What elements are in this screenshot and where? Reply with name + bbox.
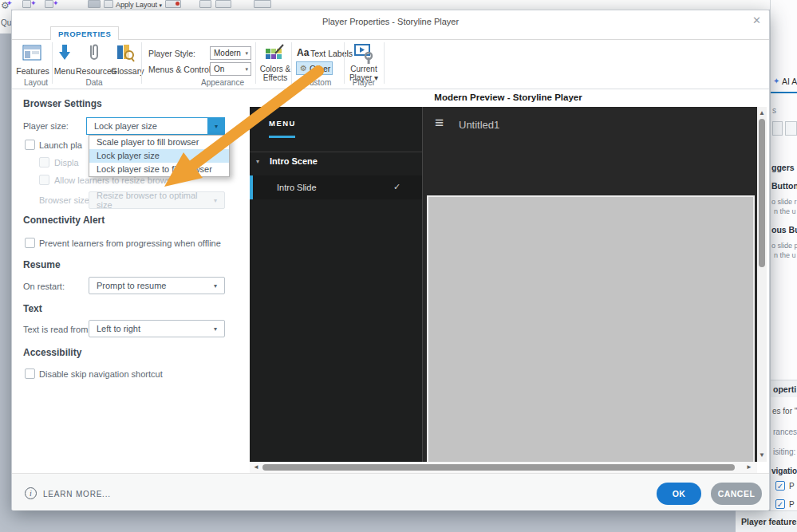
ai-assistant-tab[interactable]: ✦ AI A <box>771 70 797 93</box>
cancel-button[interactable]: CANCEL <box>711 483 762 505</box>
on-restart-select[interactable]: Prompt to resume ▾ <box>89 277 225 294</box>
toolbar-icon[interactable] <box>199 0 211 8</box>
menus-controls-select[interactable]: On ▾ <box>210 62 251 76</box>
scene-title[interactable]: Intro Scene <box>270 156 318 166</box>
on-restart-value: Prompt to resume <box>97 281 166 290</box>
menu-tab-underline <box>269 136 295 138</box>
nav-checkbox-label: P <box>789 482 795 491</box>
preview-menu-sidebar: MENU ▾ Intro Scene Intro Slide ✓ <box>250 107 422 462</box>
info-icon: i <box>25 487 37 499</box>
current-player-button[interactable]: Current <box>344 65 384 73</box>
copy-icon[interactable] <box>785 121 797 136</box>
skip-nav-checkbox[interactable] <box>25 368 35 379</box>
caret-down-icon: ▾ <box>245 66 248 73</box>
ai-tab-label: AI A <box>782 77 797 86</box>
caret-down-icon: ▾ <box>214 325 217 333</box>
display-checkbox[interactable] <box>39 157 49 167</box>
slide-title: Intro Slide <box>277 183 317 192</box>
player-size-label: Player size: <box>23 121 69 131</box>
preview-vertical-scrollbar[interactable]: ▲ ▼ <box>757 107 767 462</box>
on-restart-label: On restart: <box>23 282 65 291</box>
allow-resize-checkbox[interactable] <box>39 175 49 185</box>
group-label-player: Player <box>345 78 382 87</box>
browser-settings-heading: Browser Settings <box>23 98 102 109</box>
sparkle-icon: ✦ <box>30 0 37 7</box>
text-heading: Text <box>23 303 42 314</box>
trigger-text: n the u <box>774 207 796 215</box>
player-style-select[interactable]: Modern ▾ <box>210 46 251 60</box>
apply-layout-button[interactable]: Apply Layout ▾ <box>116 1 162 9</box>
preview-horizontal-scrollbar[interactable]: ◄ ► <box>250 462 757 473</box>
scroll-up-icon[interactable]: ▲ <box>759 110 765 116</box>
preview-slide-area <box>427 195 755 462</box>
horizontal-scroll-thumb[interactable] <box>262 464 735 471</box>
text-labels-button[interactable]: Text Labels <box>310 49 353 58</box>
nav-checkbox[interactable]: ✓ <box>775 481 785 491</box>
player-size-dropdown: Scale player to fill browser Lock player… <box>89 135 230 177</box>
colors-effects-button-line2: Effects <box>256 73 294 82</box>
scroll-right-icon[interactable]: ► <box>746 464 752 471</box>
nav-checkbox[interactable]: ✓ <box>775 499 785 509</box>
sparkle-icon: ✦ <box>53 0 59 7</box>
vertical-scroll-thumb[interactable] <box>759 119 765 267</box>
background-right-panel: ✦ AI A s ggers Button o slide r n the u … <box>770 0 797 532</box>
tab-properties[interactable]: PROPERTIES <box>50 26 119 40</box>
caret-down-icon: ▾ <box>214 197 217 204</box>
panel-fragment: s <box>772 106 776 115</box>
menu-icon <box>57 44 72 65</box>
group-separator <box>291 42 292 84</box>
skip-nav-label: Disable skip navigation shortcut <box>39 369 163 379</box>
menus-controls-value: On <box>214 65 224 73</box>
resources-icon <box>87 42 100 66</box>
toolbar-icon[interactable] <box>22 0 31 8</box>
glossary-button[interactable]: Glossary <box>111 66 141 76</box>
collapse-caret-icon[interactable]: ▾ <box>256 158 259 165</box>
slide-visited-check-icon: ✓ <box>393 182 400 192</box>
clipboard-icon[interactable] <box>772 121 783 136</box>
apply-layout-icon[interactable] <box>104 0 113 8</box>
tab-divider <box>12 39 769 40</box>
triggers-panel-title: ggers <box>771 163 795 172</box>
player-size-dropdown-button[interactable]: ▾ <box>207 117 225 135</box>
group-label-appearance: Appearance <box>196 78 249 87</box>
background-toolbar: ✦ ✦ ✦ Apply Layout ▾ <box>0 0 797 10</box>
toolbar-icon[interactable] <box>88 0 101 8</box>
ok-button[interactable]: OK <box>657 483 701 505</box>
scroll-left-icon[interactable]: ◄ <box>253 464 259 471</box>
other-button[interactable]: ⚙ Other <box>296 61 333 75</box>
text-read-value: Left to right <box>97 324 140 333</box>
dialog-title: Player Properties - Storyline Player <box>12 17 769 26</box>
close-icon[interactable]: ✕ <box>752 14 761 26</box>
player-features-tab[interactable]: Player features <box>736 510 797 532</box>
toolbar-icon[interactable] <box>254 0 271 8</box>
other-button-label: Other <box>310 64 330 73</box>
offline-checkbox[interactable] <box>25 238 35 248</box>
browser-size-select[interactable]: Resize browser to optimal size ▾ <box>89 191 225 209</box>
menu-button[interactable]: Menu <box>50 66 79 76</box>
text-read-label: Text is read from: <box>23 325 90 334</box>
dropdown-option-selected[interactable]: Lock player size <box>89 149 229 163</box>
ai-sparkle-icon: ✦ <box>773 77 779 85</box>
browser-size-label: Browser size: <box>39 195 92 205</box>
hamburger-icon[interactable]: ≡ <box>435 115 444 130</box>
text-read-select[interactable]: Left to right ▾ <box>89 320 225 337</box>
preview-menu-tab[interactable]: MENU <box>269 119 296 128</box>
toolbar-icon[interactable] <box>215 0 231 8</box>
dropdown-option[interactable]: Scale player to fill browser <box>89 136 229 149</box>
record-icon[interactable] <box>165 0 181 8</box>
sidebar-divider <box>250 152 422 152</box>
slide-row[interactable]: Intro Slide ✓ <box>250 175 422 199</box>
launch-player-label: Launch pla <box>39 140 82 150</box>
learn-more-link[interactable]: LEARN MORE... <box>43 490 111 499</box>
player-size-select[interactable]: Lock player size ▾ <box>86 117 225 135</box>
resources-button[interactable]: Resources <box>76 66 112 76</box>
toolbar-icon[interactable] <box>45 0 53 8</box>
dialog-footer: i LEARN MORE... <box>12 473 769 510</box>
colors-effects-button[interactable]: Colors & <box>256 65 294 73</box>
player-size-value: Lock player size <box>94 121 157 131</box>
features-button[interactable]: Features <box>14 66 51 76</box>
launch-player-checkbox[interactable] <box>25 140 35 150</box>
scroll-down-icon[interactable]: ▼ <box>759 452 765 459</box>
dropdown-option[interactable]: Lock player size to fit browser <box>89 163 229 176</box>
nav-checkbox-label: P <box>789 500 795 509</box>
